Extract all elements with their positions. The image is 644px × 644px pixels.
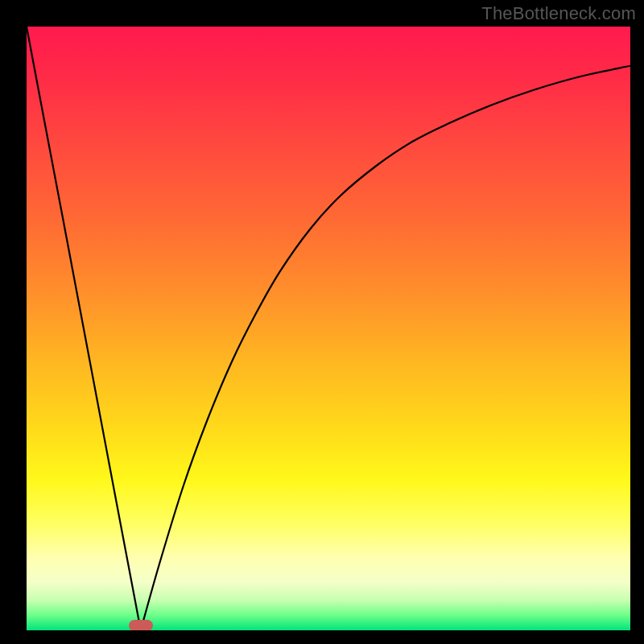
bottleneck-curve xyxy=(27,27,630,630)
plot-area xyxy=(27,27,630,630)
chart-frame: TheBottleneck.com xyxy=(0,0,644,644)
watermark-text: TheBottleneck.com xyxy=(481,3,636,24)
optimum-marker xyxy=(129,620,153,630)
